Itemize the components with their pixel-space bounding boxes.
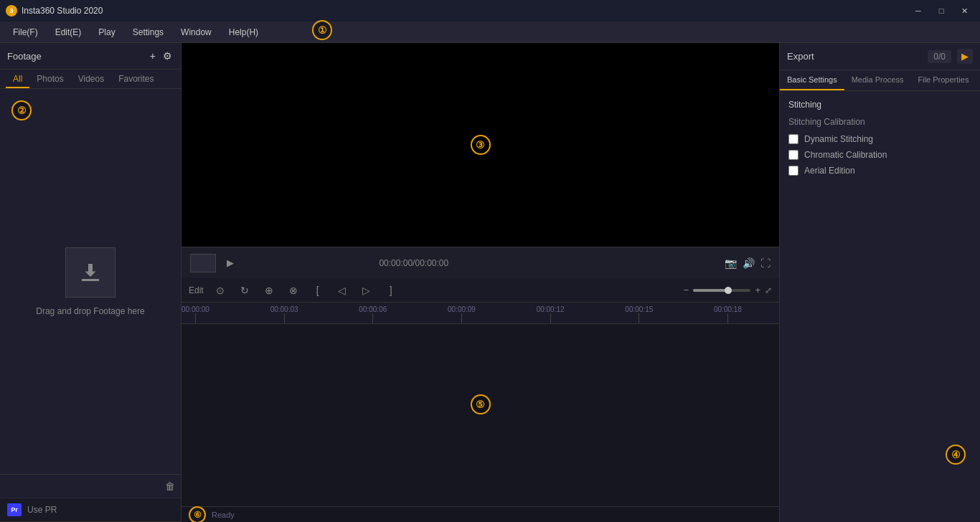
edit-tool-1[interactable]: ⊙ bbox=[212, 283, 228, 298]
aerial-edition-checkbox[interactable] bbox=[788, 166, 798, 176]
zoom-in-button[interactable]: + bbox=[755, 285, 760, 295]
chromatic-calibration-checkbox[interactable] bbox=[788, 150, 798, 160]
pr-text: Use PR bbox=[27, 505, 57, 515]
title-bar-left: 3 Insta360 Studio 2020 bbox=[6, 5, 103, 16]
edit-tool-2[interactable]: ↻ bbox=[237, 283, 253, 298]
ruler-line bbox=[639, 313, 639, 323]
timeline-ruler: 00:00:0000:00:0300:00:0600:00:0900:00:12… bbox=[182, 303, 779, 324]
right-content: Stitching Stitching Calibration Dynamic … bbox=[780, 91, 980, 522]
play-button[interactable]: ▶ bbox=[223, 256, 237, 270]
footage-settings-button[interactable]: ⚙ bbox=[161, 49, 174, 63]
edit-tool-4[interactable]: ⊗ bbox=[286, 283, 301, 298]
transport-bar: ▶ 00:00:00/00:00:00 📷 🔊 ⛶ bbox=[182, 247, 779, 278]
ruler-tick: 00:00:12 bbox=[537, 303, 565, 323]
tab-favorites[interactable]: Favorites bbox=[111, 70, 161, 88]
edit-tool-6[interactable]: ◁ bbox=[334, 283, 350, 298]
camera-button[interactable]: 📷 bbox=[725, 257, 737, 269]
stitching-section-title: Stitching bbox=[788, 100, 971, 110]
footage-panel: Footage + ⚙ All Photos Videos Favorites … bbox=[0, 43, 182, 522]
center-area: ③ ▶ 00:00:00/00:00:00 📷 🔊 ⛶ Edit ⊙ ↻ ⊕ ⊗… bbox=[182, 43, 779, 522]
pr-bar: Pr Use PR bbox=[0, 498, 181, 522]
edit-bar: Edit ⊙ ↻ ⊕ ⊗ [ ◁ ▷ ] − + ⤢ bbox=[182, 278, 779, 303]
aerial-edition-label: Aerial Edition bbox=[804, 166, 855, 176]
footage-bottom: 🗑 bbox=[0, 474, 181, 498]
zoom-slider-fill bbox=[693, 289, 727, 292]
delete-footage-button[interactable]: 🗑 bbox=[165, 480, 175, 492]
minimize-button[interactable]: ─ bbox=[908, 4, 928, 18]
transport-right-controls: 📷 🔊 ⛶ bbox=[725, 257, 771, 269]
ruler-line bbox=[372, 313, 373, 323]
zoom-out-button[interactable]: − bbox=[684, 285, 689, 295]
menu-window[interactable]: Window bbox=[174, 24, 219, 40]
edit-tool-7[interactable]: ▷ bbox=[359, 283, 374, 298]
zoom-controls: − + ⤢ bbox=[684, 285, 772, 295]
circle-1: ① bbox=[312, 20, 332, 40]
zoom-expand-button[interactable]: ⤢ bbox=[765, 285, 772, 295]
ruler-label: 00:00:03 bbox=[270, 303, 298, 313]
edit-tool-8[interactable]: ] bbox=[383, 283, 399, 298]
add-footage-button[interactable]: + bbox=[149, 49, 157, 63]
zoom-slider[interactable] bbox=[693, 289, 750, 292]
window-controls: ─ □ ✕ bbox=[908, 4, 974, 18]
tab-media-process[interactable]: Media Process bbox=[844, 70, 911, 90]
title-bar: 3 Insta360 Studio 2020 ─ □ ✕ bbox=[0, 0, 980, 22]
chromatic-calibration-label: Chromatic Calibration bbox=[804, 150, 887, 160]
number-circle-4: ④ bbox=[946, 445, 966, 465]
timecode: 00:00:00/00:00:00 bbox=[379, 258, 448, 268]
menu-settings[interactable]: Settings bbox=[126, 24, 171, 40]
tab-all[interactable]: All bbox=[6, 70, 29, 88]
export-start-button[interactable]: ▶ bbox=[957, 49, 973, 64]
tab-videos[interactable]: Videos bbox=[71, 70, 111, 88]
tab-photos[interactable]: Photos bbox=[29, 70, 70, 88]
export-count: 0/0 bbox=[928, 50, 951, 63]
number-circle-2: ② bbox=[11, 100, 32, 120]
ruler-tick: 00:00:09 bbox=[448, 303, 476, 323]
ruler-label: 00:00:06 bbox=[359, 303, 387, 313]
number-circle-3: ③ bbox=[471, 135, 491, 155]
status-text: Ready bbox=[212, 511, 235, 519]
app-title: Insta360 Studio 2020 bbox=[22, 6, 103, 16]
stitching-calibration-label: Stitching Calibration bbox=[788, 117, 971, 127]
dynamic-stitching-label: Dynamic Stitching bbox=[804, 134, 873, 144]
menu-bar: File(F) Edit(E) Play Settings Window Hel… bbox=[0, 22, 980, 43]
menu-play[interactable]: Play bbox=[91, 24, 122, 40]
preview-thumbnail bbox=[190, 254, 216, 272]
footage-header: Footage + ⚙ bbox=[0, 43, 181, 70]
ruler-label: 00:00:15 bbox=[625, 303, 653, 313]
ruler-line bbox=[284, 313, 285, 323]
status-bar: ⑥ Ready bbox=[182, 506, 779, 522]
menu-edit[interactable]: Edit(E) bbox=[48, 24, 89, 40]
edit-tool-3[interactable]: ⊕ bbox=[261, 283, 277, 298]
chromatic-calibration-row: Chromatic Calibration bbox=[788, 150, 971, 160]
dynamic-stitching-checkbox[interactable] bbox=[788, 134, 798, 144]
right-panel-header: Export 0/0 ▶ bbox=[780, 43, 980, 70]
main-content: Footage + ⚙ All Photos Videos Favorites … bbox=[0, 43, 980, 522]
timeline-area[interactable]: 00:00:0000:00:0300:00:0600:00:0900:00:12… bbox=[182, 303, 779, 506]
ruler-tick: 00:00:18 bbox=[714, 303, 742, 323]
menu-file[interactable]: File(F) bbox=[6, 24, 45, 40]
edit-tool-5[interactable]: [ bbox=[310, 283, 326, 298]
video-preview: ③ bbox=[182, 43, 779, 247]
edit-label: Edit bbox=[189, 285, 204, 295]
aerial-edition-row: Aerial Edition bbox=[788, 166, 971, 176]
ruler-line bbox=[461, 313, 462, 323]
circle-4-container: ④ bbox=[946, 445, 966, 465]
menu-help[interactable]: Help(H) bbox=[222, 24, 265, 40]
app-icon: 3 bbox=[6, 5, 17, 16]
ruler-label: 00:00:12 bbox=[537, 303, 565, 313]
maximize-button[interactable]: □ bbox=[931, 4, 951, 18]
ruler-tick: 00:00:03 bbox=[270, 303, 298, 323]
dynamic-stitching-row: Dynamic Stitching bbox=[788, 134, 971, 144]
volume-button[interactable]: 🔊 bbox=[743, 257, 755, 269]
tab-basic-settings[interactable]: Basic Settings bbox=[780, 70, 844, 90]
right-tabs: Basic Settings Media Process File Proper… bbox=[780, 70, 980, 91]
fullscreen-button[interactable]: ⛶ bbox=[760, 257, 771, 269]
close-button[interactable]: ✕ bbox=[954, 4, 974, 18]
drop-text: Drag and drop Footage here bbox=[36, 306, 144, 316]
pr-icon: Pr bbox=[7, 503, 22, 516]
footage-drop-area[interactable]: ② Drag and drop Footage here bbox=[0, 89, 181, 474]
tab-file-properties[interactable]: File Properties bbox=[910, 70, 976, 90]
number-circle-1: ① bbox=[312, 20, 332, 40]
footage-tabs: All Photos Videos Favorites bbox=[0, 70, 181, 89]
number-circle-6: ⑥ bbox=[189, 506, 206, 523]
